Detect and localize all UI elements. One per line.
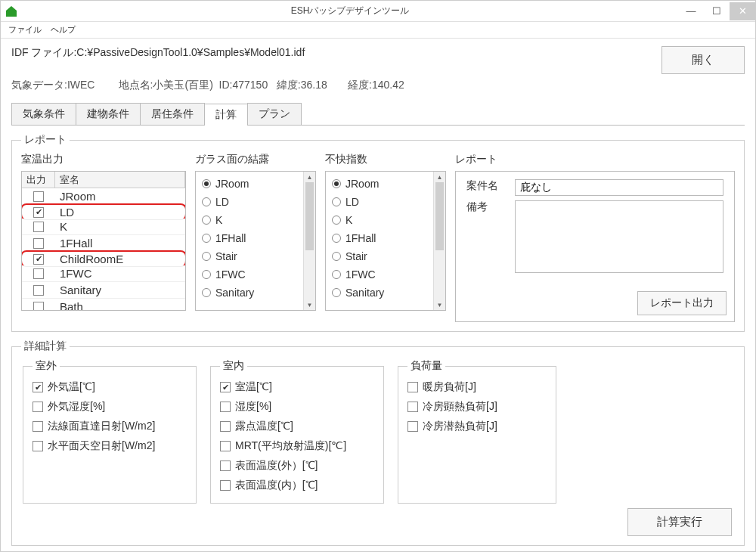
report-group: レポート 室温出力 出力 室名 JRoom✔LDK1FHall✔ChildRoo…	[11, 133, 745, 332]
table-row[interactable]: ✔ChildRoomE	[22, 250, 185, 267]
room-name: Bath	[55, 300, 185, 311]
table-row[interactable]: Bath	[22, 299, 185, 311]
checkbox-icon	[220, 402, 231, 412]
radio-option[interactable]: 1FHall	[332, 229, 427, 247]
table-row[interactable]: 1FWC	[22, 265, 185, 282]
scrollbar[interactable]: ▲▼	[433, 172, 445, 310]
checkbox-icon	[407, 402, 418, 412]
checkbox-icon[interactable]: ✔	[33, 207, 44, 218]
check-option[interactable]: 法線面直達日射[W/m2]	[33, 417, 187, 436]
condensation-list: JRoomLDK1FHallStair1FWCSanitary ▲▼	[195, 171, 316, 311]
check-option[interactable]: ✔外気温[℃]	[33, 377, 187, 397]
calc-run-button[interactable]: 計算実行	[627, 508, 732, 536]
close-button[interactable]: ✕	[730, 2, 755, 20]
checkbox-icon[interactable]: ✔	[33, 254, 44, 265]
room-name: Sanitary	[55, 284, 185, 296]
report-form-title: レポート	[455, 153, 735, 166]
check-option[interactable]: 冷房顕熱負荷[J]	[407, 397, 547, 417]
radio-option[interactable]: LD	[332, 193, 427, 211]
weather-meta: 気象データ:IWEC 地点名:小美玉(百里) ID:477150 緯度:36.1…	[11, 79, 745, 92]
radio-option[interactable]: K	[332, 211, 427, 229]
open-button[interactable]: 開く	[662, 46, 745, 74]
checkbox-icon	[220, 421, 231, 432]
room-name: ChildRoomE	[55, 253, 185, 265]
check-option[interactable]: ✔室温[℃]	[220, 377, 374, 397]
maximize-button[interactable]: ☐	[704, 2, 730, 20]
case-name-input[interactable]	[515, 179, 723, 196]
radio-option[interactable]: Sanitary	[332, 284, 427, 302]
check-option[interactable]: 露点温度[℃]	[220, 417, 374, 436]
radio-icon	[202, 270, 211, 279]
checkbox-icon[interactable]	[33, 302, 44, 312]
radio-icon	[332, 216, 341, 225]
table-row[interactable]: JRoom	[22, 188, 185, 205]
discomfort-list: JRoomLDK1FHallStair1FWCSanitary ▲▼	[325, 171, 446, 311]
radio-icon	[202, 197, 211, 206]
table-row[interactable]: 1FHall	[22, 235, 185, 252]
radio-option[interactable]: LD	[202, 193, 297, 211]
radio-option[interactable]: JRoom	[332, 175, 427, 193]
titlebar: ESHパッシブデザインツール — ☐ ✕	[1, 1, 755, 22]
check-option[interactable]: 外気湿度[%]	[33, 397, 187, 417]
room-name: K	[55, 220, 185, 233]
col-room[interactable]: 室名	[55, 172, 185, 188]
memo-textarea[interactable]	[515, 200, 723, 273]
col-output[interactable]: 出力	[22, 172, 55, 188]
menu-help[interactable]: ヘルプ	[48, 23, 79, 37]
radio-option[interactable]: Sanitary	[202, 284, 297, 302]
checkbox-icon[interactable]	[33, 268, 44, 279]
minimize-button[interactable]: —	[678, 2, 704, 20]
tab-計算[interactable]: 計算	[204, 104, 248, 126]
tab-プラン[interactable]: プラン	[247, 103, 302, 125]
checkbox-icon: ✔	[33, 382, 43, 392]
tab-建物条件[interactable]: 建物条件	[76, 103, 141, 125]
indoor-group: 室内 ✔室温[℃]湿度[%]露点温度[℃]MRT(平均放射温度)[℃]表面温度(…	[210, 359, 384, 504]
radio-icon	[332, 288, 341, 297]
radio-icon	[332, 270, 341, 279]
check-option[interactable]: 表面温度(内）[℃]	[220, 476, 374, 495]
checkbox-icon	[407, 421, 418, 432]
radio-icon	[202, 234, 211, 243]
check-option[interactable]: MRT(平均放射温度)[℃]	[220, 436, 374, 456]
radio-icon	[202, 288, 211, 297]
check-option[interactable]: 冷房潜熱負荷[J]	[407, 417, 547, 436]
radio-option[interactable]: K	[202, 211, 297, 229]
radio-option[interactable]: 1FHall	[202, 229, 297, 247]
radio-icon	[202, 179, 211, 188]
room-output-title: 室温出力	[21, 153, 186, 166]
tab-居住条件[interactable]: 居住条件	[140, 103, 205, 125]
checkbox-icon[interactable]	[33, 238, 44, 249]
radio-option[interactable]: Stair	[332, 247, 427, 265]
checkbox-icon[interactable]	[33, 285, 44, 296]
check-option[interactable]: 水平面天空日射[W/m2]	[33, 436, 187, 456]
checkbox-icon	[220, 480, 231, 491]
checkbox-icon	[220, 441, 231, 451]
report-output-button[interactable]: レポート出力	[637, 291, 727, 315]
radio-option[interactable]: JRoom	[202, 175, 297, 193]
tab-気象条件[interactable]: 気象条件	[11, 103, 76, 125]
room-name: 1FWC	[55, 267, 185, 280]
checkbox-icon[interactable]	[33, 222, 44, 232]
outdoor-group: 室外 ✔外気温[℃]外気湿度[%]法線面直達日射[W/m2]水平面天空日射[W/…	[23, 359, 197, 504]
radio-icon	[332, 197, 341, 206]
check-option[interactable]: 表面温度(外）[℃]	[220, 456, 374, 476]
table-row[interactable]: ✔LD	[22, 203, 185, 220]
room-name: 1FHall	[55, 237, 185, 250]
radio-icon	[202, 216, 211, 225]
checkbox-icon	[33, 402, 43, 412]
radio-icon	[332, 234, 341, 243]
scrollbar[interactable]: ▲▼	[303, 172, 315, 310]
checkbox-icon[interactable]	[33, 191, 44, 202]
room-output-table: 出力 室名 JRoom✔LDK1FHall✔ChildRoomE1FWCSani…	[21, 171, 186, 311]
check-option[interactable]: 暖房負荷[J]	[407, 377, 547, 397]
table-row[interactable]: K	[22, 219, 185, 235]
check-option[interactable]: 湿度[%]	[220, 397, 374, 417]
checkbox-icon	[33, 441, 43, 451]
radio-option[interactable]: 1FWC	[332, 265, 427, 284]
discomfort-title: 不快指数	[325, 153, 446, 166]
radio-option[interactable]: 1FWC	[202, 265, 297, 284]
menu-file[interactable]: ファイル	[5, 23, 45, 37]
radio-option[interactable]: Stair	[202, 247, 297, 265]
checkbox-icon	[33, 421, 43, 432]
table-row[interactable]: Sanitary	[22, 282, 185, 299]
